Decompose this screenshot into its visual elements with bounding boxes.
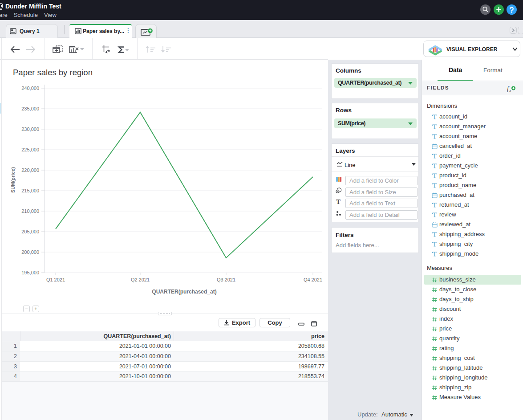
svg-text:Q1 2021: Q1 2021 — [46, 277, 65, 282]
svg-text:SUM(price): SUM(price) — [10, 167, 16, 193]
svg-text:Q4 2021: Q4 2021 — [304, 277, 322, 282]
svg-text:QUARTER(purchased_at): QUARTER(purchased_at) — [152, 289, 216, 295]
svg-text:Q2 2021: Q2 2021 — [131, 277, 150, 282]
svg-text:Q3 2021: Q3 2021 — [217, 277, 235, 282]
svg-text:200,000: 200,000 — [21, 249, 39, 255]
svg-text:205,000: 205,000 — [21, 229, 39, 234]
svg-text:230,000: 230,000 — [21, 126, 39, 132]
svg-text:195,000: 195,000 — [21, 270, 39, 275]
svg-text:235,000: 235,000 — [21, 106, 39, 111]
svg-text:240,000: 240,000 — [21, 86, 39, 91]
svg-text:225,000: 225,000 — [21, 147, 39, 152]
svg-text:220,000: 220,000 — [21, 167, 39, 173]
svg-text:x: x — [509, 89, 511, 93]
svg-text:210,000: 210,000 — [21, 208, 39, 214]
svg-text:215,000: 215,000 — [21, 188, 39, 193]
